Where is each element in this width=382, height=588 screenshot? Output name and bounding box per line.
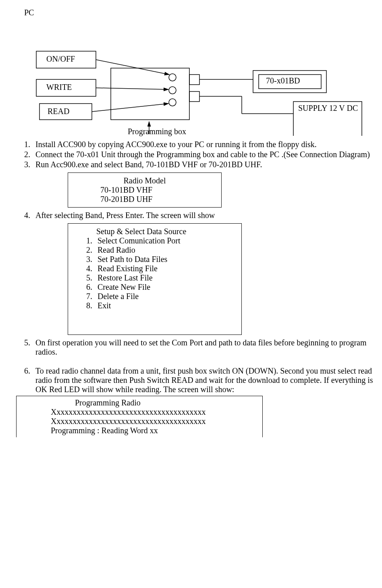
radio-model-opt2: 70-201BD UHF: [100, 195, 217, 204]
step-2: Connect the 70-x01 Unit through the Prog…: [32, 150, 382, 159]
step-4-text: After selecting Band, Press Enter. The s…: [35, 211, 215, 220]
setup-title: Setup & Select Data Source: [96, 227, 237, 236]
svg-rect-3: [111, 68, 189, 120]
programming-line2: Xxxxxxxxxxxxxxxxxxxxxxxxxxxxxxxxxxxxxx: [51, 417, 258, 426]
programming-box-caption: Programming box: [128, 127, 186, 136]
svg-line-11: [92, 104, 168, 112]
svg-line-10: [96, 88, 168, 89]
programming-radio-box: Programming Radio Xxxxxxxxxxxxxxxxxxxxxx…: [16, 396, 263, 437]
svg-rect-7: [189, 75, 199, 85]
radio-model-opt1: 70-101BD VHF: [100, 185, 217, 195]
device-label: 70-x01BD: [266, 76, 300, 85]
programming-title: Programming Radio: [75, 398, 258, 407]
programming-line1: Xxxxxxxxxxxxxxxxxxxxxxxxxxxxxxxxxxxxxx: [51, 407, 258, 417]
setup-item-6: Create New File: [94, 283, 237, 292]
svg-point-5: [169, 87, 176, 94]
setup-item-2: Read Radio: [94, 245, 237, 255]
onoff-label: ON/OFF: [46, 54, 75, 64]
svg-rect-8: [189, 91, 199, 102]
pc-label: PC: [24, 8, 382, 17]
programming-line3: Programming : Reading Word xx: [51, 426, 258, 435]
radio-model-box: Radio Model 70-101BD VHF 70-201BD UHF: [68, 172, 222, 208]
setup-item-4: Read Existing File: [94, 264, 237, 273]
svg-line-9: [96, 60, 169, 75]
connection-diagram: ON/OFF WRITE READ Programming box 70-x01…: [16, 23, 371, 136]
step-5: On first operation you will need to set …: [32, 338, 382, 366]
setup-menu-list: Select Comunication Port Read Radio Set …: [72, 236, 237, 310]
supply-label: SUPPLY 12 V DC: [298, 104, 359, 113]
setup-item-5: Restore Last File: [94, 273, 237, 283]
step-3-text: Run Acc900.exe and select Band, 70-101BD…: [35, 160, 262, 169]
svg-point-4: [169, 74, 176, 81]
setup-item-8: Exit: [94, 301, 237, 310]
setup-menu-box: Setup & Select Data Source Select Comuni…: [68, 223, 242, 335]
svg-point-6: [169, 99, 176, 106]
setup-item-7: Delete a File: [94, 292, 237, 301]
setup-item-3: Set Path to Data Files: [94, 255, 237, 264]
step-6: To read radio channel data from a unit, …: [32, 366, 382, 394]
setup-item-1: Select Comunication Port: [94, 236, 237, 245]
step-5-text: On first operation you will need to set …: [35, 338, 366, 356]
radio-model-title: Radio Model: [72, 176, 217, 185]
step-3: Run Acc900.exe and select Band, 70-101BD…: [32, 160, 382, 208]
step-4: After selecting Band, Press Enter. The s…: [32, 211, 382, 335]
write-label: WRITE: [46, 83, 72, 92]
step-1: Install ACC900 by copying ACC900.exe to …: [32, 140, 382, 149]
instructions-list: Install ACC900 by copying ACC900.exe to …: [16, 140, 382, 394]
read-label: READ: [48, 107, 69, 116]
